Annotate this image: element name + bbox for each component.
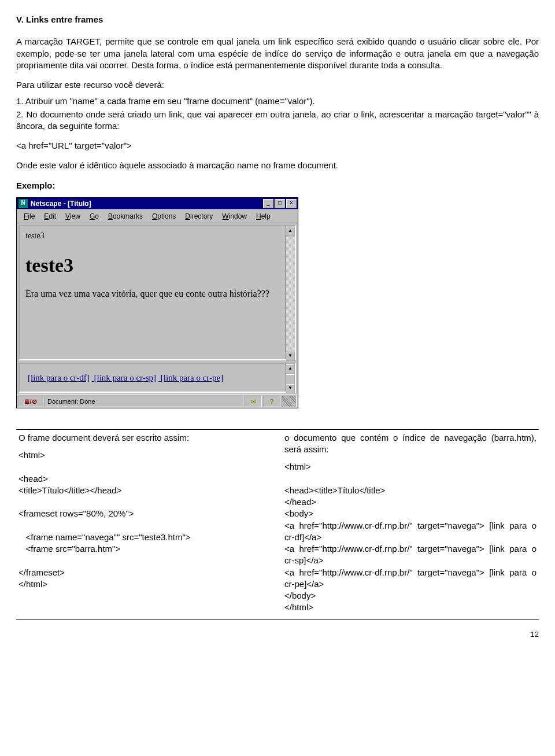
menu-edit[interactable]: Edit <box>39 211 61 222</box>
link-cr-pe[interactable]: [link para o cr-pe] <box>161 373 223 382</box>
menu-view[interactable]: View <box>61 211 85 222</box>
scroll-down-icon[interactable]: ▼ <box>286 384 295 393</box>
onde-text: Onde este valor é idêntico àquele associ… <box>16 160 539 171</box>
top-frame-scrollbar[interactable]: ▲ ▼ <box>285 226 295 359</box>
window-title: Netscape - [Título] <box>31 199 91 208</box>
menu-file-label: ile <box>28 212 35 220</box>
maximize-button[interactable]: □ <box>275 199 285 208</box>
menu-options-label: ptions <box>157 212 176 220</box>
menu-directory[interactable]: Directory <box>180 211 217 222</box>
frame-heading: teste3 <box>25 252 279 279</box>
menu-directory-label: irectory <box>190 212 213 220</box>
menu-edit-label: dit <box>49 212 56 220</box>
bottom-frame: [link para o cr-df] [link para o cr-sp] … <box>18 363 296 393</box>
anchor-syntax: <a href="URL" target="valor"> <box>16 140 539 152</box>
code-columns: O frame document deverá ser escrito assi… <box>16 429 539 620</box>
left-code-block: <html> <head> <title>Título</title></hea… <box>18 449 275 590</box>
titlebar: Netscape - [Título] _ □ × <box>17 198 298 209</box>
section-heading: V. Links entre frames <box>16 14 539 25</box>
minimize-button[interactable]: _ <box>263 199 273 208</box>
menu-options[interactable]: Options <box>147 211 180 222</box>
right-col-header: o documento que contém o índice de naveg… <box>284 432 536 456</box>
app-icon <box>18 198 28 209</box>
right-code-block: <html> <head><title>Título</title> </hea… <box>284 461 536 613</box>
top-frame: teste3 teste3 Era uma vez uma vaca vitór… <box>18 225 296 360</box>
status-text: Document: Done <box>45 396 243 407</box>
status-icon: ≣/⊘ <box>18 396 43 407</box>
frame-small-label: teste3 <box>25 231 279 242</box>
scroll-up-icon[interactable]: ▲ <box>286 227 295 236</box>
link-cr-sp[interactable]: [link para o cr-sp] <box>94 373 156 382</box>
example-label: Exemplo: <box>16 180 539 191</box>
menu-go[interactable]: Go <box>85 211 103 222</box>
mail-icon[interactable]: ✉ <box>245 396 262 407</box>
menu-help[interactable]: Help <box>251 211 275 222</box>
resize-grip[interactable] <box>282 396 297 407</box>
statusbar: ≣/⊘ Document: Done ✉ ? <box>17 394 298 408</box>
scroll-up-icon[interactable]: ▲ <box>286 364 295 374</box>
menubar: File Edit View Go Bookmarks Options Dire… <box>17 209 298 223</box>
menu-bookmarks[interactable]: Bookmarks <box>103 211 147 222</box>
paragraph-intro: A marcação TARGET, permite que se contro… <box>16 36 539 71</box>
bottom-frame-scrollbar[interactable]: ▲ ▼ <box>285 364 295 392</box>
help-icon[interactable]: ? <box>263 396 280 407</box>
step-2: 2. No documento onde será criado um link… <box>16 109 539 132</box>
netscape-window: Netscape - [Título] _ □ × File Edit View… <box>16 197 298 408</box>
menu-view-label: iew <box>70 212 80 220</box>
menu-go-label: o <box>95 212 99 220</box>
frame-body-text: Era uma vez uma vaca vitória, quer que e… <box>25 288 279 300</box>
menu-window[interactable]: Window <box>217 211 251 222</box>
close-button[interactable]: × <box>286 199 297 208</box>
page-number: 12 <box>16 629 539 640</box>
link-cr-df[interactable]: [link para o cr-df] <box>28 373 90 382</box>
menu-bookmarks-label: ookmarks <box>113 212 143 220</box>
left-col-header: O frame document deverá ser escrito assi… <box>18 432 275 444</box>
frameset-area: teste3 teste3 Era uma vez uma vaca vitór… <box>17 223 298 394</box>
step-1: 1. Atribuir um "name" a cada frame em se… <box>16 95 539 107</box>
menu-file[interactable]: File <box>19 211 39 222</box>
menu-window-label: indow <box>229 212 247 220</box>
menu-help-label: elp <box>261 212 271 220</box>
steps-intro: Para utilizar este recurso você deverá: <box>16 79 539 91</box>
scroll-down-icon[interactable]: ▼ <box>286 352 295 361</box>
